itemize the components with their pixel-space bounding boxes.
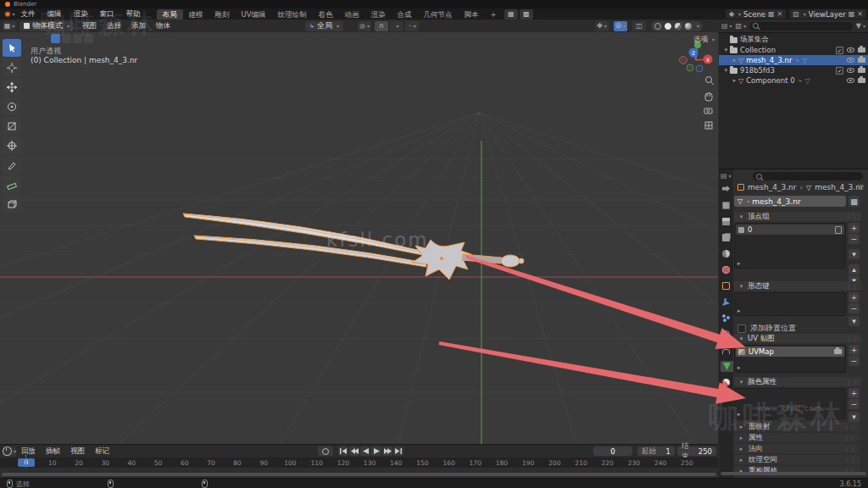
hide-eye-icon[interactable] <box>847 68 854 73</box>
workspace-tab[interactable]: UV编辑 <box>236 9 272 19</box>
shape-keys-list[interactable]: ▸ <box>734 292 846 316</box>
outliner-row-scene-collection[interactable]: 场景集合 <box>719 35 868 45</box>
list-filter-expander[interactable]: ▸ <box>737 411 741 418</box>
tab-particles[interactable] <box>721 313 732 324</box>
scene-new-icon[interactable]: ▩ <box>768 10 775 18</box>
playhead-marker[interactable]: 0 <box>18 458 35 467</box>
panel-menu-icon[interactable]: ⋮⋮ <box>846 379 858 385</box>
timeline-editor-type-icon[interactable]: ▾ <box>3 446 16 457</box>
collapsed-panel-header[interactable]: ▸ 纹理空间 ⋮⋮ <box>734 455 860 464</box>
workspace-tab[interactable]: 布局 <box>157 9 183 19</box>
tab-modifiers[interactable] <box>721 297 732 308</box>
pin-icon[interactable]: ⚿ <box>858 183 864 192</box>
viewport-nav-icons[interactable] <box>704 77 714 130</box>
viewlayer-remove-icon[interactable]: ✕ <box>857 10 863 18</box>
remove-uv-map-button[interactable]: − <box>849 356 860 366</box>
copy-pose-icon[interactable] <box>62 34 71 43</box>
mode-dropdown[interactable]: 物体模式 ▾ <box>19 21 74 31</box>
vertex-groups-panel-header[interactable]: ▾ 顶点组 ⋮⋮ <box>734 212 861 221</box>
move-up-button[interactable]: ▴ <box>849 264 860 274</box>
outliner-row-component[interactable]: ▸ ▽ Component 0 ⤷ ▽ <box>719 75 868 86</box>
add-uv-map-button[interactable]: + <box>849 345 860 355</box>
tab-output[interactable] <box>721 216 732 227</box>
vertex-group-item[interactable]: 0 <box>736 225 844 235</box>
vertex-groups-list[interactable]: 0 ▸ <box>734 223 846 269</box>
current-frame-field[interactable]: 0 <box>593 446 632 456</box>
app-menu-item[interactable]: 帮助 <box>120 8 147 19</box>
add-color-attribute-button[interactable]: + <box>849 388 860 398</box>
workspace-tab[interactable]: 纹理绘制 <box>272 9 313 19</box>
fake-user-button[interactable]: ▩ <box>849 196 860 207</box>
move-tool[interactable] <box>3 78 21 96</box>
timeline-menu-item[interactable]: 插帧 <box>41 445 65 458</box>
jump-to-end-button[interactable] <box>393 446 403 456</box>
play-reverse-button[interactable] <box>360 446 370 456</box>
panel-menu-icon[interactable]: ⋮⋮ <box>844 435 856 441</box>
outliner-row-collection2[interactable]: ▾ 918b5fd3 ✓ <box>719 65 868 75</box>
list-filter-expander[interactable]: ▸ <box>737 364 741 371</box>
remove-shape-key-button[interactable]: − <box>849 303 860 313</box>
disclosure-icon[interactable]: ▸ <box>731 57 738 64</box>
panel-menu-icon[interactable]: ⋮⋮ <box>844 457 856 463</box>
rest-position-checkbox[interactable] <box>737 324 746 333</box>
panel-menu-icon[interactable]: ⋮⋮ <box>844 446 856 452</box>
mode-transfer-icon[interactable] <box>51 34 60 43</box>
disclosure-icon[interactable]: ▾ <box>722 47 730 53</box>
collection-checkbox[interactable]: ✓ <box>836 67 843 75</box>
properties-search-input[interactable] <box>753 172 863 180</box>
color-attributes-panel-header[interactable]: ▾ 颜色属性 ⋮⋮ <box>734 377 861 386</box>
jump-to-start-button[interactable] <box>338 446 348 456</box>
tab-material[interactable] <box>721 377 732 388</box>
outliner-display-mode-icon[interactable]: ▧▾ <box>736 22 747 30</box>
add-vertex-group-button[interactable]: + <box>849 223 860 233</box>
datablock-name-field[interactable]: ▽ ▾ mesh_4_3.nr <box>734 196 846 207</box>
timeline-menu-item[interactable]: 回放 <box>16 445 41 458</box>
viewport-menu-item[interactable]: 视图 <box>77 19 102 32</box>
scene-selector[interactable]: ◆ ▾ Scene ▩ ✕ <box>726 9 786 19</box>
list-filter-expander[interactable]: ▸ <box>737 308 741 314</box>
timeline-scrollbar[interactable] <box>2 473 716 476</box>
viewport-menu-item[interactable]: 选择 <box>102 19 126 32</box>
viewport-menu-item[interactable]: 添加 <box>126 19 151 32</box>
timeline-menu-item[interactable]: 标记 <box>90 445 114 458</box>
uv-maps-list[interactable]: UVMap ▸ <box>734 345 846 373</box>
outliner-filter-icon[interactable]: ▼▾ <box>856 22 865 30</box>
app-menu-item[interactable]: 渲染 <box>68 8 94 19</box>
tab-constraints[interactable] <box>721 345 732 356</box>
scale-tool[interactable] <box>3 117 21 135</box>
uv-maps-panel-header[interactable]: ▾ UV 贴图 ⋮⋮ <box>734 334 861 343</box>
render-visibility-icon[interactable] <box>858 68 865 73</box>
workspace-tab[interactable]: 合成 <box>392 9 418 19</box>
color-attributes-list[interactable]: www.kfsll.com ▸ <box>734 388 846 419</box>
transform-tool[interactable] <box>3 136 21 154</box>
tab-view-layer[interactable] <box>721 232 732 243</box>
panel-menu-icon[interactable]: ⋮⋮ <box>846 214 858 219</box>
workspace-tab[interactable]: 建模 <box>183 9 209 19</box>
panel-menu-icon[interactable]: ⋮⋮ <box>846 283 858 289</box>
frame-start-field[interactable]: 起始 1 <box>637 446 675 456</box>
measure-tool[interactable] <box>3 175 21 193</box>
transform-orientation-dropdown[interactable]: ↳ 全局 ▾ <box>305 21 343 31</box>
wireframe-shading-icon[interactable] <box>654 23 661 30</box>
snap-settings-button[interactable]: ▾ <box>390 21 403 31</box>
list-filter-expander[interactable]: ▸ <box>737 260 741 267</box>
navigation-gizmo[interactable]: Z X <box>680 42 713 72</box>
render-visibility-icon[interactable] <box>858 47 865 53</box>
outliner-editor-type-icon[interactable]: ▤▾ <box>721 22 732 30</box>
tab-render[interactable] <box>721 200 732 211</box>
pivot-point-button[interactable]: ◎▾ <box>358 21 371 31</box>
active-render-camera-icon[interactable] <box>834 349 842 354</box>
tab-tool[interactable] <box>721 184 732 195</box>
render-visibility-icon[interactable] <box>858 58 865 63</box>
select-box-tool[interactable] <box>3 39 21 57</box>
viewlayer-new-icon[interactable]: ▩ <box>849 10 855 18</box>
workspace-tab[interactable]: 雕刻 <box>209 9 236 19</box>
disclosure-icon[interactable]: ▾ <box>722 67 730 74</box>
render-visibility-icon[interactable] <box>858 78 865 83</box>
viewlayer-selector[interactable]: ▧ ▾ ViewLayer ▩ ✕ <box>789 9 866 19</box>
rendered-shading-icon[interactable] <box>685 23 692 30</box>
disclosure-icon[interactable]: ▸ <box>731 77 738 84</box>
collection-checkbox[interactable]: ✓ <box>836 47 843 54</box>
workspace-tab[interactable]: 脚本 <box>459 9 485 19</box>
xray-toggle-button[interactable]: ◫ <box>632 21 646 31</box>
